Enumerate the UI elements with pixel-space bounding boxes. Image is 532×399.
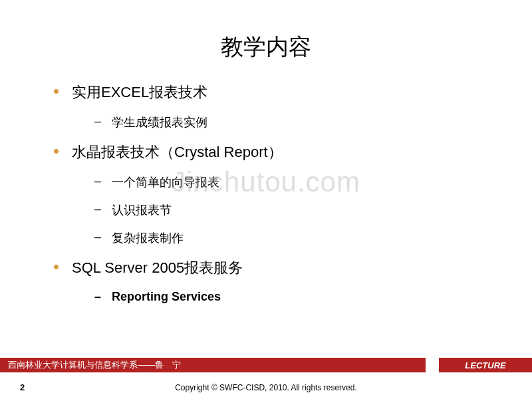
bullet-level1: SQL Server 2005报表服务 <box>53 258 505 278</box>
content-area: 实用EXCEL报表技术 学生成绩报表实例 水晶报表技术（Crystal Repo… <box>0 63 532 304</box>
page-number: 2 <box>20 382 25 392</box>
slide: 教学内容 实用EXCEL报表技术 学生成绩报表实例 水晶报表技术（Crystal… <box>0 0 532 399</box>
copyright-text: Copyright © SWFC-CISD, 2010. All rights … <box>175 383 357 392</box>
bullet-level2: Reporting Services <box>94 290 505 304</box>
footer-gap <box>426 358 439 372</box>
bullet-level2: 复杂报表制作 <box>94 230 505 246</box>
bullet-level2: 一个简单的向导报表 <box>94 174 505 190</box>
bullet-level2: 认识报表节 <box>94 202 505 218</box>
bullet-level2: 学生成绩报表实例 <box>94 114 505 130</box>
footer-right-text: LECTURE <box>439 358 532 372</box>
bullet-level1: 水晶报表技术（Crystal Report） <box>53 142 505 162</box>
footer-left-text: 西南林业大学计算机与信息科学系——鲁 宁 <box>0 358 426 372</box>
footer-bar: 西南林业大学计算机与信息科学系——鲁 宁 LECTURE <box>0 358 532 372</box>
bullet-level1: 实用EXCEL报表技术 <box>53 82 505 102</box>
slide-title: 教学内容 <box>0 0 532 63</box>
